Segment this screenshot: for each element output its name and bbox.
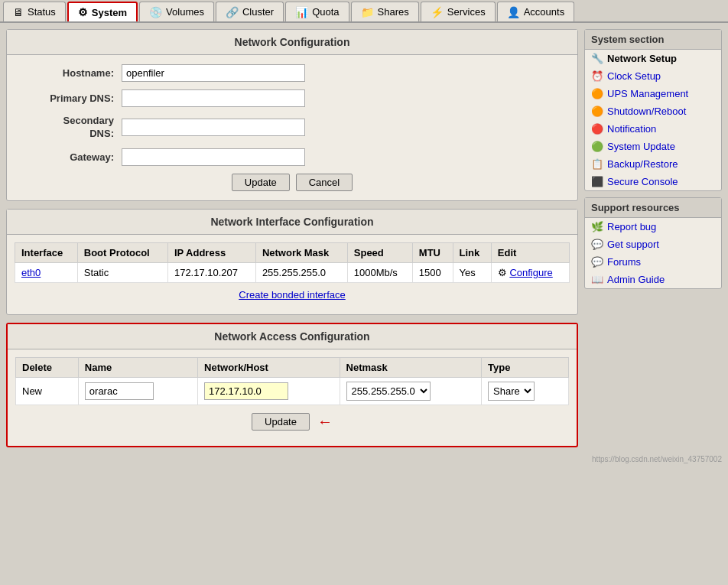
interface-header-row: Interface Boot Protocol IP Address Netwo…	[15, 242, 570, 262]
tab-services[interactable]: ⚡ Services	[421, 2, 496, 21]
sidebar-notification-label: Notification	[607, 123, 656, 135]
arrow-icon: ←	[317, 413, 333, 431]
sidebar-item-shutdown-reboot[interactable]: 🟠 Shutdown/Reboot	[585, 102, 721, 120]
services-icon: ⚡	[431, 6, 444, 18]
network-update-button[interactable]: Update	[232, 174, 290, 191]
sidebar-item-forums[interactable]: 💬 Forums	[585, 253, 721, 271]
watermark: https://blog.csdn.net/weixin_43757002	[0, 453, 728, 465]
interface-table: Interface Boot Protocol IP Address Netwo…	[15, 242, 570, 283]
tab-shares[interactable]: 📁 Shares	[351, 2, 419, 21]
configure-link[interactable]: Configure	[509, 267, 552, 278]
cluster-icon: 🔗	[226, 6, 239, 18]
network-setup-icon: 🔧	[591, 53, 603, 64]
col-speed: Speed	[347, 242, 412, 262]
secondary-dns-label: SecondaryDNS:	[22, 115, 122, 141]
create-bonded-container: Create bonded interface	[15, 283, 570, 307]
sidebar-forums-label: Forums	[607, 256, 641, 268]
network-access-body: Delete Name Network/Host Netmask Type Ne…	[8, 349, 577, 446]
sidebar-get-support-label: Get support	[607, 239, 659, 250]
sidebar-item-ups-management[interactable]: 🟠 UPS Management	[585, 85, 721, 102]
quota-icon: 📊	[295, 6, 308, 18]
tab-shares-label: Shares	[378, 6, 409, 18]
accounts-icon: 👤	[507, 6, 520, 18]
tab-status[interactable]: 🖥 Status	[3, 2, 66, 21]
sidebar-item-get-support[interactable]: 💬 Get support	[585, 236, 721, 253]
tab-accounts-label: Accounts	[524, 6, 564, 18]
ups-icon: 🟠	[591, 88, 603, 99]
backup-icon: 📋	[591, 158, 603, 170]
table-row: New 255.255.255.0 255.255.0.0	[16, 377, 569, 405]
tab-volumes[interactable]: 💿 Volumes	[139, 2, 214, 21]
boot-protocol-value: Static	[77, 262, 167, 282]
sidebar-item-network-setup[interactable]: 🔧 Network Setup	[585, 50, 721, 67]
sidebar-item-clock-setup[interactable]: ⏰ Clock Setup	[585, 67, 721, 85]
sidebar-report-bug-label: Report bug	[607, 221, 656, 232]
col-delete: Delete	[16, 357, 79, 377]
gateway-input[interactable]	[122, 148, 305, 166]
sidebar-item-system-update[interactable]: 🟢 System Update	[585, 138, 721, 155]
clock-setup-icon: ⏰	[591, 70, 603, 82]
eth0-link[interactable]: eth0	[21, 267, 41, 278]
primary-dns-input[interactable]	[122, 89, 305, 107]
sidebar-shutdown-label: Shutdown/Reboot	[607, 106, 686, 117]
col-netmask: Netmask	[340, 357, 481, 377]
mtu-value: 1500	[412, 262, 453, 282]
volumes-icon: 💿	[149, 6, 162, 18]
tab-cluster[interactable]: 🔗 Cluster	[216, 2, 284, 21]
sidebar-system-update-label: System Update	[607, 141, 675, 152]
sidebar-item-notification[interactable]: 🔴 Notification	[585, 120, 721, 138]
tab-accounts[interactable]: 👤 Accounts	[497, 2, 574, 21]
shares-icon: 📁	[361, 6, 374, 18]
tab-quota[interactable]: 📊 Quota	[285, 2, 349, 21]
network-interface-body: Interface Boot Protocol IP Address Netwo…	[7, 235, 577, 314]
secondary-dns-input[interactable]	[122, 119, 305, 136]
type-select[interactable]: Share Guest	[488, 382, 535, 401]
netmask-select[interactable]: 255.255.255.0 255.255.0.0 255.0.0.0	[346, 382, 431, 401]
col-interface: Interface	[15, 242, 78, 262]
interface-name: eth0	[15, 262, 78, 282]
network-config-title: Network Configuration	[7, 30, 577, 55]
col-type: Type	[482, 357, 569, 377]
col-mtu: MTU	[412, 242, 453, 262]
access-update-row: Update ←	[15, 405, 569, 438]
network-cancel-button[interactable]: Cancel	[296, 174, 353, 191]
access-table-body: New 255.255.255.0 255.255.0.0	[16, 377, 569, 405]
tab-quota-label: Quota	[312, 6, 339, 18]
hostname-input[interactable]	[122, 64, 305, 82]
type-cell: Share Guest	[482, 377, 569, 405]
sidebar-item-backup-restore[interactable]: 📋 Backup/Restore	[585, 155, 721, 173]
access-update-button[interactable]: Update	[252, 413, 310, 431]
name-input[interactable]	[85, 382, 154, 400]
speed-value: 1000Mb/s	[347, 262, 412, 282]
name-cell	[78, 377, 197, 405]
col-boot-protocol: Boot Protocol	[77, 242, 167, 262]
system-section-title: System section	[585, 30, 721, 50]
sidebar: System section 🔧 Network Setup ⏰ Clock S…	[584, 29, 722, 447]
sidebar-clock-setup-label: Clock Setup	[607, 70, 661, 82]
col-network-host: Network/Host	[198, 357, 340, 377]
sidebar-backup-label: Backup/Restore	[607, 158, 678, 170]
sidebar-secure-console-label: Secure Console	[607, 176, 678, 187]
hostname-row: Hostname:	[22, 64, 562, 82]
tab-system[interactable]: ⚙ System	[67, 2, 138, 21]
network-config-panel: Network Configuration Hostname: Primary …	[6, 29, 578, 201]
primary-dns-label: Primary DNS:	[22, 93, 122, 104]
network-access-title: Network Access Configuration	[8, 324, 577, 349]
network-config-body: Hostname: Primary DNS: SecondaryDNS: Gat…	[7, 55, 577, 200]
create-bonded-link[interactable]: Create bonded interface	[239, 289, 345, 301]
col-ip-address: IP Address	[167, 242, 255, 262]
table-row: eth0 Static 172.17.10.207 255.255.255.0 …	[15, 262, 570, 282]
forums-icon: 💬	[591, 256, 603, 268]
navigation-bar: 🖥 Status ⚙ System 💿 Volumes 🔗 Cluster 📊 …	[0, 0, 728, 23]
edit-value: ⚙ Configure	[491, 262, 569, 282]
system-section: System section 🔧 Network Setup ⏰ Clock S…	[584, 29, 722, 191]
interface-table-body: eth0 Static 172.17.10.207 255.255.255.0 …	[15, 262, 570, 282]
tab-system-label: System	[92, 7, 127, 18]
network-host-input[interactable]	[204, 382, 288, 400]
sidebar-item-report-bug[interactable]: 🌿 Report bug	[585, 218, 721, 236]
network-config-buttons: Update Cancel	[22, 174, 562, 191]
sidebar-item-admin-guide[interactable]: 📖 Admin Guide	[585, 271, 721, 288]
access-table-header: Delete Name Network/Host Netmask Type	[16, 357, 569, 377]
col-edit: Edit	[491, 242, 569, 262]
sidebar-item-secure-console[interactable]: ⬛ Secure Console	[585, 173, 721, 190]
